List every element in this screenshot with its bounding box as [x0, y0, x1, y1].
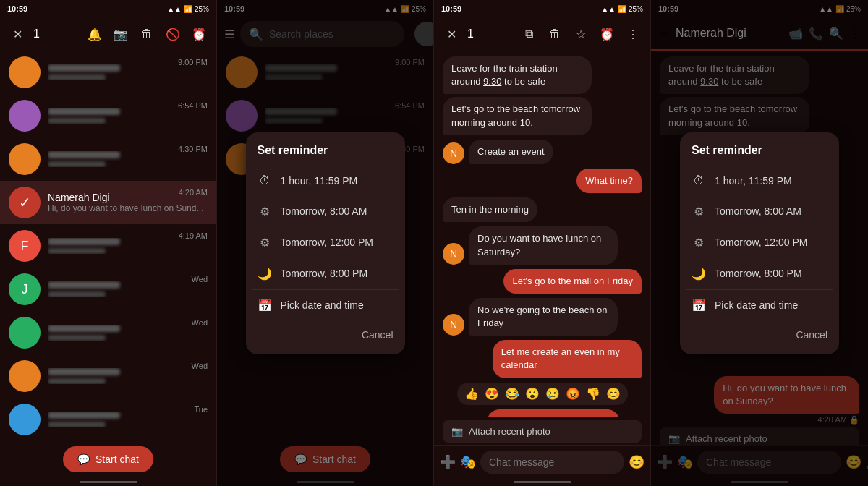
conv-item[interactable]: Wed — [0, 311, 216, 354]
conv-name-blurred — [48, 238, 120, 245]
add-icon[interactable]: ➕ — [440, 452, 456, 472]
reminder-overlay-4: Set reminder ⏱ 1 hour, 11:59 PM ⚙ Tomorr… — [651, 0, 868, 486]
outgoing-message: Hi, do you want to have lunch on Sunday? — [487, 409, 620, 417]
emoji-heart-eyes[interactable]: 😍 — [485, 387, 499, 401]
conv-preview-blurred — [48, 118, 106, 124]
close-button-1[interactable]: ✕ — [7, 24, 27, 44]
message-row: N Do you want to have lunch on Saturday? — [443, 226, 642, 264]
timer-icon-4: ⏱ — [692, 174, 706, 187]
message-row: N Create an event — [443, 140, 642, 164]
conv-time: Tue — [194, 405, 208, 414]
conv-item-namerah[interactable]: ✓ Namerah Digi Hi, do you want to have l… — [0, 181, 216, 224]
photo-icon[interactable]: 📷 — [111, 24, 131, 44]
copy-icon[interactable]: ⧉ — [519, 24, 539, 44]
attach-photo-label-3: Attach recent photo — [469, 426, 550, 437]
emoji-reaction-row: 👍 😍 😂 😮 😢 😡 👎 😊 — [457, 383, 628, 405]
conv-name-blurred — [48, 368, 120, 375]
conv-name-blurred — [48, 325, 120, 332]
delete-icon[interactable]: 🗑 — [137, 24, 157, 44]
conv-item[interactable]: 4:30 PM — [0, 137, 216, 181]
block-icon[interactable]: 🚫 — [163, 24, 183, 44]
reminder-item-tomorrow-noon[interactable]: ⚙ Tomorrow, 12:00 PM — [246, 227, 405, 258]
nav-indicator-1 — [80, 481, 137, 483]
reminder-item-4-1hour[interactable]: ⏱ 1 hour, 11:59 PM — [680, 166, 839, 196]
reminder-label-tomorrow-noon: Tomorrow, 12:00 PM — [281, 236, 373, 248]
avatar: J — [9, 273, 41, 305]
nav-indicator-3 — [514, 481, 571, 483]
reminder-overlay-2: Set reminder ⏱ 1 hour, 11:59 PM ⚙ Tomorr… — [217, 0, 433, 486]
chat-message-input-3[interactable] — [480, 451, 624, 474]
sticker-icon[interactable]: 🎭 — [460, 452, 476, 472]
reminder-label-tomorrow-8am: Tomorrow, 8:00 AM — [281, 205, 367, 217]
avatar — [9, 360, 41, 392]
panel-conversation-list: 10:59 ▲▲ 📶 25% ✕ 1 🔔 📷 🗑 🚫 ⏰ 9:00 PM — [0, 0, 217, 486]
message-item: No we're going to the beach on Friday — [469, 298, 618, 336]
calendar-icon: 📅 — [258, 299, 272, 312]
emoji-surprised[interactable]: 😮 — [525, 387, 540, 401]
reminder-label-4-pick-date: Pick date and time — [715, 299, 798, 311]
reminder-cancel-4[interactable]: Cancel — [680, 321, 839, 349]
reminder-item-4-pick-date[interactable]: 📅 Pick date and time — [680, 290, 839, 321]
emoji-smile[interactable]: 😊 — [606, 387, 621, 401]
battery-label-1: 25% — [195, 5, 209, 13]
delete-icon-3[interactable]: 🗑 — [545, 24, 565, 44]
reminder-item-4-tomorrow-8am[interactable]: ⚙ Tomorrow, 8:00 AM — [680, 196, 839, 227]
conv-content — [48, 151, 208, 167]
time-1: 10:59 — [7, 4, 27, 13]
avatar-check: ✓ — [9, 187, 41, 218]
conv-item[interactable]: 9:00 PM — [0, 51, 216, 94]
conv-time: Wed — [192, 318, 208, 327]
conv-item[interactable]: 6:54 PM — [0, 94, 216, 137]
reminder-item-1hour[interactable]: ⏱ 1 hour, 11:59 PM — [246, 166, 405, 196]
emoji-sad[interactable]: 😢 — [545, 387, 560, 401]
conv-content — [48, 281, 208, 297]
emoji-icon[interactable]: 😊 — [629, 452, 644, 472]
conv-time: Wed — [192, 275, 208, 284]
conv-item[interactable]: F 4:19 AM — [0, 224, 216, 268]
avatar — [9, 404, 41, 435]
avatar: F — [9, 230, 41, 262]
conv-item[interactable]: J Wed — [0, 268, 216, 311]
reminder-label-1hour: 1 hour, 11:59 PM — [281, 175, 358, 187]
reminder-label-4-tomorrow-8pm: Tomorrow, 8:00 PM — [715, 268, 802, 279]
start-chat-button-1[interactable]: 💬 Start chat — [63, 446, 153, 472]
alarm-icon-3[interactable]: ⏰ — [597, 24, 617, 44]
attach-photo-bar-3[interactable]: 📷 Attach recent photo — [443, 420, 642, 443]
reminder-cancel-2[interactable]: Cancel — [246, 321, 405, 349]
moon-icon: 🌙 — [258, 267, 272, 281]
timer-icon: ⏱ — [258, 174, 272, 187]
emoji-thumbs-down[interactable]: 👎 — [586, 387, 600, 401]
reminder-item-tomorrow-8am[interactable]: ⚙ Tomorrow, 8:00 AM — [246, 196, 405, 227]
emoji-angry[interactable]: 😡 — [566, 387, 580, 401]
reminder-item-tomorrow-8pm[interactable]: 🌙 Tomorrow, 8:00 PM — [246, 258, 405, 289]
reminder-item-4-tomorrow-8pm[interactable]: 🌙 Tomorrow, 8:00 PM — [680, 258, 839, 289]
reminder-label-4-tomorrow-8am: Tomorrow, 8:00 AM — [715, 205, 801, 217]
conv-preview-blurred — [48, 161, 106, 167]
chat-input-bar-3: ➕ 🎭 😊 🎤 — [434, 446, 650, 478]
message-item: Let's go to the beach tomorrow morning a… — [443, 97, 592, 135]
count-3: 1 — [467, 27, 474, 40]
star-icon[interactable]: ☆ — [571, 24, 591, 44]
close-button-3[interactable]: ✕ — [441, 24, 461, 44]
emoji-laugh[interactable]: 😂 — [505, 387, 519, 401]
message-item: Ten in the morning — [443, 197, 537, 222]
message-item: Create an event — [469, 140, 553, 164]
conv-item[interactable]: Tue — [0, 398, 216, 440]
emoji-thumbs-up[interactable]: 👍 — [464, 387, 479, 401]
gear-icon-1: ⚙ — [258, 205, 272, 218]
alarm-icon[interactable]: ⏰ — [189, 24, 209, 44]
more-icon[interactable]: ⋮ — [623, 24, 643, 44]
bell-icon[interactable]: 🔔 — [85, 24, 105, 44]
status-icons-1: ▲▲ 📶 25% — [167, 5, 209, 13]
reminder-item-4-tomorrow-noon[interactable]: ⚙ Tomorrow, 12:00 PM — [680, 227, 839, 258]
conv-item[interactable]: Wed — [0, 354, 216, 398]
cancel-label-4[interactable]: Cancel — [796, 329, 827, 341]
conv-time: 4:19 AM — [179, 231, 208, 240]
gear-icon-4-1: ⚙ — [692, 205, 706, 218]
reminder-item-pick-date[interactable]: 📅 Pick date and time — [246, 290, 405, 321]
conversation-list-1: 9:00 PM 6:54 PM 4:30 PM ✓ Namerah Digi H… — [0, 51, 216, 440]
panel-chat: 10:59 ▲▲ 📶 25% ✕ 1 ⧉ 🗑 ☆ ⏰ ⋮ Leave for t… — [434, 0, 651, 486]
photo-attach-icon: 📷 — [451, 426, 463, 437]
status-bar-1: 10:59 ▲▲ 📶 25% — [0, 0, 216, 17]
cancel-label-2[interactable]: Cancel — [362, 329, 393, 341]
